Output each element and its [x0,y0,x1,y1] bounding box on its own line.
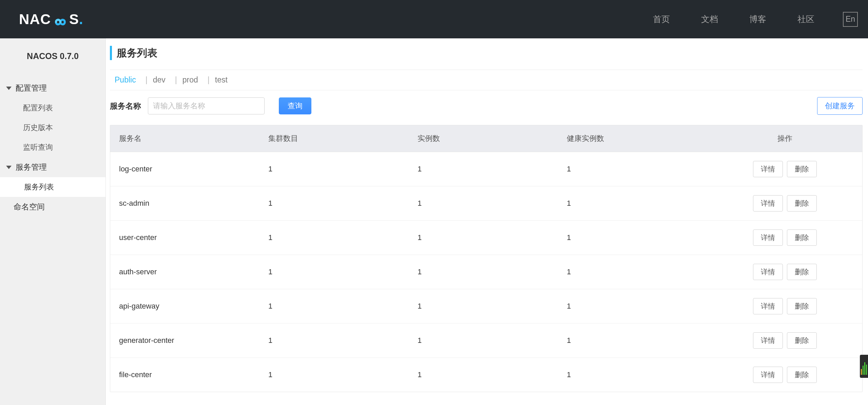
cell-instance-count: 1 [409,221,558,255]
cell-healthy-count: 1 [558,324,707,358]
table-row: user-center111详情删除 [110,221,862,255]
nav-home[interactable]: 首页 [653,14,670,25]
cell-cluster-count: 1 [259,255,409,289]
page-title: 服务列表 [117,46,157,60]
cell-cluster-count: 1 [259,358,409,392]
detail-button[interactable]: 详情 [753,264,783,280]
chevron-down-icon [6,87,12,90]
menu-group-label: 配置管理 [16,83,47,93]
sidebar: NACOS 0.7.0 配置管理 配置列表 历史版本 监听查询 服务管理 服务列… [0,38,106,405]
cell-cluster-count: 1 [259,152,409,186]
detail-button[interactable]: 详情 [753,332,783,349]
nacos-logo: NAC S. [19,11,83,27]
menu-group-service[interactable]: 服务管理 [0,157,105,177]
menu-group-config[interactable]: 配置管理 [0,78,105,98]
table-row: log-center111详情删除 [110,152,862,186]
detail-button[interactable]: 详情 [753,161,783,177]
cell-cluster-count: 1 [259,324,409,358]
title-accent-bar [110,46,112,60]
cell-instance-count: 1 [409,324,558,358]
delete-button[interactable]: 删除 [787,195,817,211]
nav-docs[interactable]: 文档 [701,14,718,25]
delete-button[interactable]: 删除 [787,264,817,280]
divider: | [146,75,148,85]
divider: | [208,75,210,85]
infinity-icon [52,14,69,24]
search-button[interactable]: 查询 [279,97,311,114]
menu-item-listen-query[interactable]: 监听查询 [0,137,105,157]
ns-tab-prod[interactable]: prod [182,75,198,85]
cell-instance-count: 1 [409,255,558,289]
table-row: file-center111详情删除 [110,358,862,392]
detail-button[interactable]: 详情 [753,298,783,314]
header-nav: 首页 文档 博客 社区 [653,14,814,25]
cell-service-name: log-center [110,152,259,186]
cell-service-name: sc-admin [110,186,259,221]
divider: | [175,75,177,85]
cell-service-name: file-center [110,358,259,392]
cell-cluster-count: 1 [259,186,409,221]
col-instance-count: 实例数 [409,125,558,152]
service-name-input[interactable] [148,97,265,114]
page-title-wrap: 服务列表 [110,46,868,60]
cell-service-name: api-gateway [110,289,259,324]
ns-tab-public[interactable]: Public [115,75,136,85]
col-operations: 操作 [707,125,862,152]
cell-healthy-count: 1 [558,255,707,289]
nav-community[interactable]: 社区 [797,14,814,25]
table-row: generator-center111详情删除 [110,324,862,358]
cell-operations: 详情删除 [707,289,862,324]
create-service-button[interactable]: 创建服务 [817,97,863,115]
namespace-tabs: Public | dev | prod | test [110,70,863,90]
search-bar: 服务名称 查询 创建服务 [110,97,863,115]
table-row: sc-admin111详情删除 [110,186,862,221]
cell-operations: 详情删除 [707,358,862,392]
main-content: 服务列表 Public | dev | prod | test 服务名称 查询 … [106,38,868,405]
detail-button[interactable]: 详情 [753,229,783,246]
cell-operations: 详情删除 [707,152,862,186]
menu-group-label: 服务管理 [16,162,47,172]
cell-healthy-count: 1 [558,221,707,255]
cell-healthy-count: 1 [558,289,707,324]
delete-button[interactable]: 删除 [787,161,817,177]
ns-tab-test[interactable]: test [215,75,228,85]
menu-item-config-list[interactable]: 配置列表 [0,98,105,118]
delete-button[interactable]: 删除 [787,229,817,246]
col-cluster-count: 集群数目 [259,125,409,152]
menu-item-history-version[interactable]: 历史版本 [0,118,105,137]
app-header: NAC S. 首页 文档 博客 社区 En [0,0,868,38]
col-service-name: 服务名 [110,125,259,152]
cell-service-name: generator-center [110,324,259,358]
cell-operations: 详情删除 [707,255,862,289]
nav-blog[interactable]: 博客 [749,14,766,25]
cell-operations: 详情删除 [707,221,862,255]
cell-instance-count: 1 [409,152,558,186]
perf-widget-icon[interactable] [860,355,868,378]
menu-item-service-list[interactable]: 服务列表 [0,177,105,197]
cell-healthy-count: 1 [558,186,707,221]
chevron-down-icon [6,166,12,169]
table-row: auth-server111详情删除 [110,255,862,289]
cell-healthy-count: 1 [558,152,707,186]
col-healthy-count: 健康实例数 [558,125,707,152]
detail-button[interactable]: 详情 [753,195,783,211]
delete-button[interactable]: 删除 [787,367,817,383]
language-toggle[interactable]: En [843,12,858,27]
cell-cluster-count: 1 [259,289,409,324]
table-row: api-gateway111详情删除 [110,289,862,324]
delete-button[interactable]: 删除 [787,332,817,349]
cell-healthy-count: 1 [558,358,707,392]
cell-operations: 详情删除 [707,324,862,358]
detail-button[interactable]: 详情 [753,367,783,383]
delete-button[interactable]: 删除 [787,298,817,314]
menu-item-namespace[interactable]: 命名空间 [0,197,105,217]
cell-instance-count: 1 [409,358,558,392]
app-version: NACOS 0.7.0 [0,51,105,61]
ns-tab-dev[interactable]: dev [153,75,166,85]
cell-instance-count: 1 [409,186,558,221]
service-table: 服务名 集群数目 实例数 健康实例数 操作 log-center111详情删除s… [110,125,863,392]
table-header-row: 服务名 集群数目 实例数 健康实例数 操作 [110,125,862,152]
search-label: 服务名称 [110,101,141,111]
cell-instance-count: 1 [409,289,558,324]
cell-service-name: user-center [110,221,259,255]
